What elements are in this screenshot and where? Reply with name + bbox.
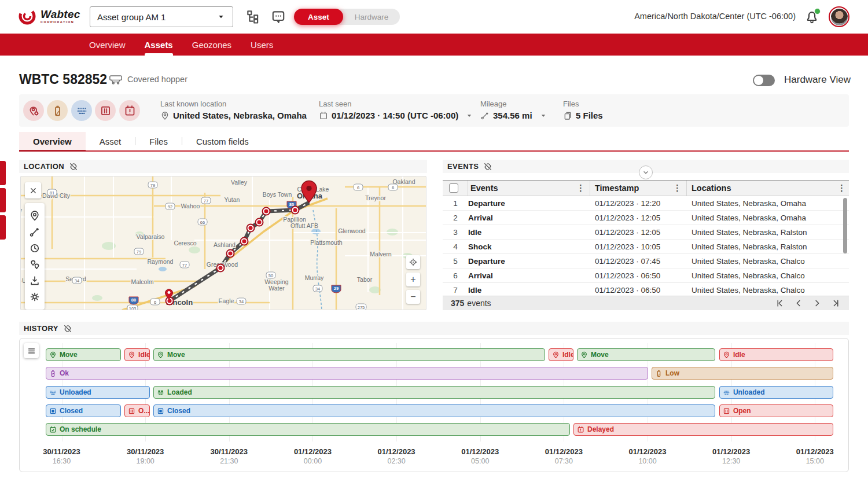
history-row-battery: Ok Low <box>46 367 834 380</box>
hopper-unloaded-icon <box>723 389 730 396</box>
mileage-block: Mileage 354.56 mi <box>480 100 547 120</box>
history-segment[interactable]: Open <box>719 404 833 417</box>
history-row-movement: Move Idle Move Idle Move Idle <box>46 348 834 361</box>
idle-status-icon[interactable] <box>23 100 44 121</box>
axis-tick: 01/12/202305:00 <box>448 447 512 465</box>
events-scrollbar[interactable] <box>843 198 847 253</box>
history-segment[interactable]: Unloaded <box>46 386 150 399</box>
mode-asset-button[interactable]: Asset <box>294 9 343 25</box>
edge-tab[interactable] <box>0 215 6 240</box>
edge-tab[interactable] <box>0 188 6 212</box>
history-segment[interactable]: Idle <box>719 348 833 361</box>
map-town-label: Yutan <box>225 196 240 203</box>
table-menu-icon[interactable]: ⋮ <box>835 183 848 193</box>
history-segment[interactable]: Loaded <box>153 386 715 399</box>
map-close-button[interactable] <box>25 182 41 198</box>
map-pin-tool-icon[interactable] <box>29 210 41 222</box>
table-row[interactable]: 7Idle01/12/2023 · 06:50United States, Ne… <box>443 283 849 296</box>
nav-geozones[interactable]: Geozones <box>192 34 231 56</box>
last-known-location-value: United States, Nebraska, Omaha <box>173 111 307 120</box>
col-locations[interactable]: Locations <box>687 183 731 193</box>
history-segment[interactable]: Closed <box>153 404 715 417</box>
table-row[interactable]: 2Arrival01/12/2023 · 12:05United States,… <box>443 211 849 225</box>
history-segment[interactable]: Idle <box>549 348 573 361</box>
history-segment[interactable]: Delayed <box>573 423 833 436</box>
history-segment[interactable]: Unloaded <box>719 386 833 399</box>
tab-overview[interactable]: Overview <box>19 132 86 150</box>
hardware-view-toggle[interactable] <box>753 75 775 86</box>
history-segment[interactable]: Move <box>577 348 715 361</box>
asset-group-select[interactable]: Asset group AM 1 <box>90 6 233 27</box>
history-segment[interactable]: Low <box>652 367 833 380</box>
table-row[interactable]: 5Departure01/12/2023 · 07:45United State… <box>443 254 849 268</box>
map-export-tool-icon[interactable] <box>29 275 41 286</box>
map-route-tool-icon[interactable] <box>29 226 41 238</box>
nav-users[interactable]: Users <box>251 34 273 56</box>
battery-status-icon[interactable] <box>47 100 68 121</box>
col-timestamp-menu-icon[interactable]: ⋮ <box>671 183 684 193</box>
load-status-icon[interactable] <box>71 100 92 121</box>
history-segment[interactable]: Closed <box>46 404 121 417</box>
edge-tab[interactable] <box>0 161 6 185</box>
notification-bell-icon[interactable] <box>804 9 819 24</box>
railcar-icon <box>109 74 123 84</box>
caret-down-icon <box>216 12 226 21</box>
events-panel: Events⋮ Timestamp⋮ Locations ⋮ 1Departur… <box>443 160 849 310</box>
nav-overview[interactable]: Overview <box>89 34 126 56</box>
history-segment[interactable]: Idle <box>124 348 150 361</box>
history-segment[interactable]: O... <box>124 404 150 417</box>
feedback-chat-icon[interactable] <box>271 9 286 24</box>
tab-asset[interactable]: Asset <box>86 132 135 150</box>
pin-move-icon <box>157 351 164 359</box>
table-row[interactable]: 4Shock01/12/2023 · 10:05United States, N… <box>443 240 849 254</box>
select-all-checkbox[interactable] <box>449 183 458 193</box>
map-settings-gear-icon[interactable] <box>29 291 41 303</box>
unlink-icon[interactable] <box>69 162 78 171</box>
col-timestamp[interactable]: Timestamp <box>590 183 639 193</box>
mileage-label: Mileage <box>480 100 547 108</box>
pin-idle-icon <box>552 351 560 359</box>
col-events[interactable]: Events <box>468 183 498 193</box>
history-menu-button[interactable] <box>24 343 39 358</box>
zoom-out-button[interactable]: − <box>406 290 420 304</box>
tab-files[interactable]: Files <box>135 132 182 150</box>
history-segment[interactable]: Move <box>153 348 545 361</box>
tab-custom-fields[interactable]: Custom fields <box>182 132 263 150</box>
table-row[interactable]: 3Idle01/12/2023 · 12:05United States, Ne… <box>443 225 849 240</box>
map-town-label: Glenwood <box>338 227 365 234</box>
col-events-menu-icon[interactable]: ⋮ <box>574 183 587 193</box>
hierarchy-icon[interactable] <box>245 9 260 24</box>
zoom-in-button[interactable]: + <box>406 273 420 286</box>
nav-assets[interactable]: Assets <box>145 34 173 56</box>
table-row[interactable]: 6Arrival01/12/2023 · 06:50United States,… <box>443 268 849 283</box>
map-pins-tool-icon[interactable] <box>29 259 41 270</box>
unlink-icon[interactable] <box>63 324 72 333</box>
events-collapse-button[interactable] <box>639 165 653 179</box>
mileage-caret-icon[interactable] <box>539 112 547 120</box>
main-nav: Overview Assets Geozones Users <box>0 34 868 56</box>
map-history-tool-icon[interactable] <box>29 242 41 254</box>
first-page-icon[interactable] <box>775 298 785 308</box>
files-value[interactable]: 5 Files <box>576 111 603 120</box>
last-seen-value: 01/12/2023 · 14:50 (UTC -06:00) <box>332 111 458 120</box>
wabtec-logo-icon <box>17 6 37 26</box>
map-town-label: Valparaiso <box>137 233 165 240</box>
history-segment[interactable]: Ok <box>46 367 648 380</box>
door-status-icon[interactable] <box>95 100 116 121</box>
svg-text:103: 103 <box>129 306 137 311</box>
prev-page-icon[interactable] <box>793 298 804 308</box>
history-segment[interactable]: On schedule <box>46 423 570 436</box>
mode-hardware-button[interactable]: Hardware <box>343 13 400 21</box>
my-location-button[interactable] <box>406 255 420 269</box>
map[interactable]: + − Valley Oakland David Ci <box>20 176 426 310</box>
svg-text:79: 79 <box>150 183 155 188</box>
wabtec-logo[interactable]: Wabtec CORPORATION <box>17 6 80 26</box>
history-segment[interactable]: Move <box>46 348 121 361</box>
schedule-status-icon[interactable] <box>119 100 140 121</box>
pin-move-icon <box>49 351 57 359</box>
table-row[interactable]: 1Departure01/12/2023 · 12:20United State… <box>443 196 849 211</box>
last-page-icon[interactable] <box>830 298 841 308</box>
user-avatar[interactable] <box>829 6 849 27</box>
last-seen-caret-icon[interactable] <box>465 112 473 120</box>
next-page-icon[interactable] <box>812 298 822 308</box>
